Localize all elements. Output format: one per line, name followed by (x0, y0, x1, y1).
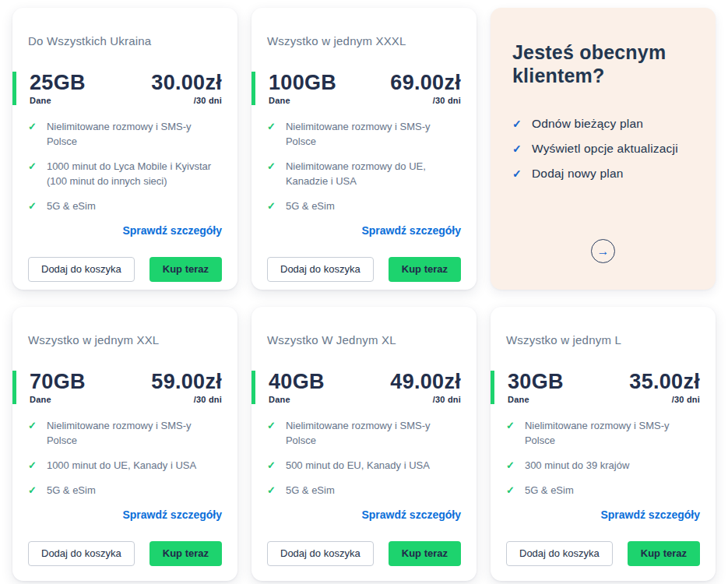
data-label: Dane (508, 395, 564, 404)
price-row: 30GB Dane 35.00zł /30 dni (491, 371, 700, 404)
feature-text: Nielimitowane rozmowy do UE, Kanadzie i … (286, 160, 456, 189)
add-to-cart-button[interactable]: Dodaj do koszyka (28, 257, 135, 282)
data-amount: 100GB (269, 72, 336, 93)
check-icon: ✓ (267, 459, 276, 473)
feature-text: 5G & eSim (525, 484, 574, 498)
price-value: 59.00zł (151, 371, 222, 392)
plan-card-ukraina: Do Wszystkich Ukraina 25GB Dane 30.00zł … (12, 8, 237, 290)
feature-text: 300 minut do 39 krajów (525, 459, 629, 473)
feature-text: Nielimitowane rozmowy i SMS-y Polsce (286, 120, 456, 150)
feature-item: ✓ Nielimitowane rozmowy do UE, Kanadzie … (267, 160, 461, 189)
price-row: 100GB Dane 69.00zł /30 dni (251, 72, 461, 105)
check-icon: ✓ (267, 419, 276, 434)
price-block: 30.00zł /30 dni (151, 72, 222, 105)
plan-card-xxxl: Wszystko w jednym XXXL 100GB Dane 69.00z… (251, 8, 477, 290)
check-icon: ✓ (28, 484, 37, 498)
price-period: /30 dni (390, 96, 461, 105)
feature-text: 5G & eSim (47, 199, 96, 214)
promo-option: ✓ Wyświetl opcje aktualizacji (512, 142, 694, 156)
feature-list: ✓ Nielimitowane rozmowy i SMS-y Polsce ✓… (506, 419, 700, 508)
data-block: 30GB Dane (508, 371, 564, 404)
buy-now-button[interactable]: Kup teraz (628, 541, 700, 566)
button-row: Dodaj do koszyka Kup teraz (506, 541, 700, 566)
price-period: /30 dni (390, 395, 461, 404)
feature-item: ✓ 5G & eSim (267, 484, 461, 498)
buy-now-button[interactable]: Kup teraz (149, 257, 222, 282)
check-icon: ✓ (506, 459, 515, 473)
check-icon: ✓ (512, 118, 522, 130)
arrow-right-icon: → (597, 245, 610, 258)
data-label: Dane (30, 395, 86, 404)
details-link[interactable]: Sprawdź szczegóły (600, 508, 700, 521)
arrow-right-button[interactable]: → (591, 239, 615, 263)
details-link[interactable]: Sprawdź szczegóły (361, 508, 461, 521)
check-icon: ✓ (267, 199, 276, 214)
check-icon: ✓ (28, 419, 37, 434)
plan-title: Wszystko w jednym L (506, 333, 700, 347)
data-amount: 30GB (508, 371, 564, 392)
price-block: 69.00zł /30 dni (390, 72, 461, 105)
feature-item: ✓ Nielimitowane rozmowy i SMS-y Polsce (506, 419, 700, 449)
data-block: 25GB Dane (30, 72, 86, 105)
buy-now-button[interactable]: Kup teraz (149, 541, 222, 566)
plans-grid: Do Wszystkich Ukraina 25GB Dane 30.00zł … (0, 0, 728, 581)
details-link[interactable]: Sprawdź szczegóły (122, 508, 222, 521)
data-label: Dane (269, 395, 325, 404)
price-value: 30.00zł (151, 72, 222, 93)
feature-item: ✓ 5G & eSim (267, 199, 461, 214)
price-value: 35.00zł (629, 371, 700, 392)
feature-text: 5G & eSim (286, 199, 335, 214)
feature-item: ✓ 5G & eSim (28, 484, 222, 498)
check-icon: ✓ (28, 459, 37, 473)
price-period: /30 dni (629, 395, 700, 404)
data-block: 70GB Dane (30, 371, 86, 404)
details-link[interactable]: Sprawdź szczegóły (361, 224, 461, 237)
promo-heading: Jesteś obecnym klientem? (512, 40, 694, 87)
button-row: Dodaj do koszyka Kup teraz (267, 257, 461, 282)
price-block: 35.00zł /30 dni (629, 371, 700, 404)
add-to-cart-button[interactable]: Dodaj do koszyka (267, 257, 374, 282)
price-value: 49.00zł (390, 371, 461, 392)
price-row: 40GB Dane 49.00zł /30 dni (251, 371, 461, 404)
plan-card-xl: Wszystko W Jednym XL 40GB Dane 49.00zł /… (251, 307, 477, 581)
feature-item: ✓ Nielimitowane rozmowy i SMS-y Polsce (28, 419, 222, 449)
plan-title: Wszystko W Jednym XL (267, 333, 461, 347)
plan-title: Wszystko w jednym XXXL (267, 34, 461, 47)
details-link[interactable]: Sprawdź szczegóły (122, 224, 222, 237)
feature-text: 5G & eSim (47, 484, 96, 498)
data-amount: 70GB (30, 371, 86, 392)
data-label: Dane (269, 96, 336, 105)
button-row: Dodaj do koszyka Kup teraz (28, 257, 222, 282)
feature-text: Nielimitowane rozmowy i SMS-y Polsce (525, 419, 695, 449)
add-to-cart-button[interactable]: Dodaj do koszyka (28, 541, 135, 566)
check-icon: ✓ (28, 160, 37, 174)
button-row: Dodaj do koszyka Kup teraz (28, 541, 222, 566)
check-icon: ✓ (267, 484, 276, 498)
add-to-cart-button[interactable]: Dodaj do koszyka (267, 541, 374, 566)
feature-item: ✓ Nielimitowane rozmowy i SMS-y Polsce (267, 419, 461, 449)
add-to-cart-button[interactable]: Dodaj do koszyka (506, 541, 613, 566)
feature-text: 1000 minut do UE, Kanady i USA (47, 459, 196, 473)
check-icon: ✓ (512, 167, 522, 180)
feature-item: ✓ 1000 minut do Lyca Mobile i Kyivstar (… (28, 160, 222, 189)
data-block: 40GB Dane (269, 371, 325, 404)
current-customer-card: Jesteś obecnym klientem? ✓ Odnów bieżący… (491, 8, 716, 290)
button-row: Dodaj do koszyka Kup teraz (267, 541, 461, 566)
check-icon: ✓ (267, 160, 276, 174)
buy-now-button[interactable]: Kup teraz (389, 541, 461, 566)
check-icon: ✓ (512, 142, 522, 155)
price-row: 25GB Dane 30.00zł /30 dni (12, 72, 222, 105)
price-block: 49.00zł /30 dni (390, 371, 461, 404)
feature-text: 1000 minut do Lyca Mobile i Kyivstar (10… (47, 160, 217, 189)
feature-item: ✓ Nielimitowane rozmowy i SMS-y Polsce (267, 120, 461, 150)
promo-option-text: Wyświetl opcje aktualizacji (532, 142, 678, 156)
price-period: /30 dni (151, 395, 222, 404)
check-icon: ✓ (506, 484, 515, 498)
feature-item: ✓ 500 minut do EU, Kanady i USA (267, 459, 461, 473)
plan-card-l: Wszystko w jednym L 30GB Dane 35.00zł /3… (491, 307, 716, 581)
buy-now-button[interactable]: Kup teraz (389, 257, 461, 282)
data-label: Dane (30, 96, 86, 105)
promo-option-text: Odnów bieżący plan (532, 117, 643, 131)
feature-item: ✓ 1000 minut do UE, Kanady i USA (28, 459, 222, 473)
feature-list: ✓ Nielimitowane rozmowy i SMS-y Polsce ✓… (267, 120, 461, 223)
